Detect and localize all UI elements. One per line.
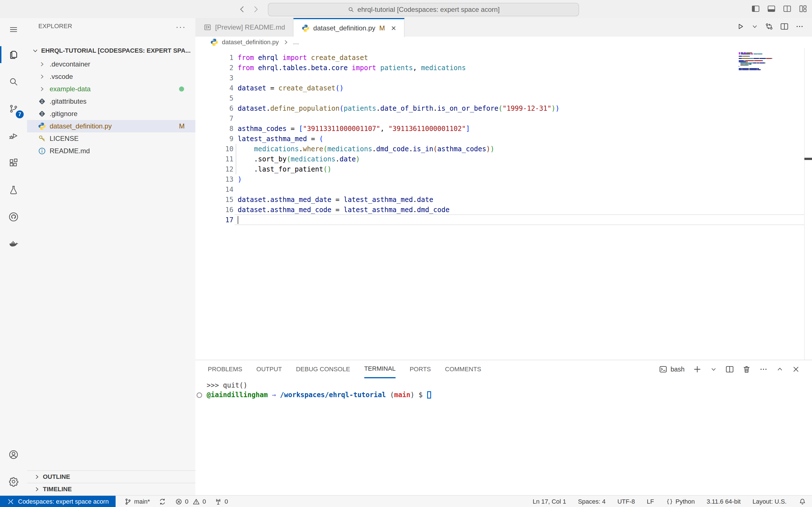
line-number[interactable]: 11 [195, 154, 234, 164]
status-item-ln-17-col-1[interactable]: Ln 17, Col 1 [532, 498, 566, 505]
line-number[interactable]: 14 [195, 184, 234, 194]
panel-tab-comments[interactable]: COMMENTS [445, 360, 481, 378]
line-number[interactable]: 2 [195, 63, 234, 73]
code-line-9[interactable]: 9latest_asthma_med = ( [195, 134, 804, 144]
code-line-12[interactable]: 12 .last_for_patient() [195, 164, 804, 174]
sidebar-left-toggle-icon[interactable] [751, 4, 760, 13]
sidebar-item-license[interactable]: LICENSE [27, 132, 195, 145]
activity-bar-source-control[interactable]: 7 [0, 95, 27, 122]
close-panel-icon[interactable] [792, 365, 800, 374]
code-line-17[interactable]: 17 [195, 215, 804, 225]
code-line-6[interactable]: 6dataset.define_population(patients.date… [195, 103, 804, 114]
new-terminal-icon[interactable] [693, 364, 702, 374]
command-decoration-icon[interactable] [197, 392, 202, 398]
terminal-dropdown-icon[interactable] [710, 365, 717, 373]
activity-bar-extensions[interactable] [0, 149, 27, 176]
sidebar-item--gitattributes[interactable]: .gitattributes [27, 95, 195, 108]
activity-bar-testing[interactable] [0, 176, 27, 203]
line-number[interactable]: 12 [195, 164, 234, 174]
code-line-2[interactable]: 2from ehrql.tables.beta.core import pati… [195, 63, 804, 73]
split-terminal-icon[interactable] [725, 365, 734, 374]
back-icon[interactable] [238, 4, 247, 14]
breadcrumb-symbol[interactable]: … [293, 39, 299, 46]
code-line-14[interactable]: 14 [195, 184, 804, 194]
sidebar-item-dataset-definition-py[interactable]: dataset_definition.pyM [27, 120, 195, 132]
tab--preview-readme-md[interactable]: [Preview] README.md [195, 18, 294, 37]
code-line-16[interactable]: 16dataset.asthma_med_code = latest_asthm… [195, 205, 804, 215]
ellipsis-icon[interactable] [795, 22, 804, 31]
line-number[interactable]: 1 [195, 53, 234, 63]
split-toggle-icon[interactable] [783, 4, 792, 13]
activity-bar-search[interactable] [0, 68, 27, 95]
status-item-lf[interactable]: LF [647, 498, 654, 505]
chev-down-icon[interactable] [751, 23, 758, 30]
panel-more-icon[interactable] [759, 365, 768, 374]
code-line-5[interactable]: 5 [195, 93, 804, 103]
sidebar-item-root-folder[interactable]: EHRQL-TUTORIAL [CODESPACES: EXPERT SPA..… [27, 43, 195, 58]
panel-tab-output[interactable]: OUTPUT [256, 360, 282, 378]
sidebar-item--vscode[interactable]: .vscode [27, 70, 195, 83]
sidebar-item-readme-md[interactable]: README.md [27, 145, 195, 157]
breadcrumb-file[interactable]: dataset_definition.py [222, 39, 279, 46]
code-line-15[interactable]: 15dataset.asthma_med_date = latest_asthm… [195, 194, 804, 205]
status-item-0[interactable]: 0 [192, 498, 206, 506]
code-line-13[interactable]: 13) [195, 174, 804, 184]
line-number[interactable]: 3 [195, 73, 234, 83]
status-item-layout-u-s-[interactable]: Layout: U.S. [753, 498, 786, 505]
status-item-python[interactable]: Python [666, 498, 695, 505]
panel-tab-debug-console[interactable]: DEBUG CONSOLE [296, 360, 350, 378]
status-item-3-11-6-64-bit[interactable]: 3.11.6 64-bit [707, 498, 741, 505]
sidebar-item--gitignore[interactable]: .gitignore [27, 108, 195, 120]
line-number[interactable]: 10 [195, 144, 234, 154]
line-number[interactable]: 9 [195, 134, 234, 144]
panel-tab-ports[interactable]: PORTS [410, 360, 431, 378]
line-number[interactable]: 16 [195, 205, 234, 215]
code-line-4[interactable]: 4dataset = create_dataset() [195, 83, 804, 93]
activity-bar-settings[interactable] [0, 468, 27, 495]
activity-bar-menu[interactable] [0, 18, 27, 41]
activity-bar-docker[interactable] [0, 230, 27, 258]
status-item-bell[interactable] [799, 498, 806, 506]
forward-icon[interactable] [251, 4, 260, 14]
timeline-section[interactable]: TIMELINE [27, 483, 195, 495]
status-item-main-[interactable]: main* [124, 498, 150, 506]
terminal[interactable]: >>> quit()@iaindillingham → /workspaces/… [195, 381, 812, 400]
line-number[interactable]: 4 [195, 83, 234, 93]
command-center-search[interactable]: ehrql-tutorial [Codespaces: expert space… [268, 3, 579, 16]
activity-bar-files[interactable] [0, 41, 27, 68]
status-item-sync[interactable] [158, 498, 166, 506]
code-line-10[interactable]: 10 medications.where(medications.dmd_cod… [195, 144, 804, 154]
code-line-1[interactable]: 1from ehrql import create_dataset [195, 53, 804, 63]
line-number[interactable]: 8 [195, 124, 234, 134]
activity-bar-account[interactable] [0, 441, 27, 468]
code-line-11[interactable]: 11 .sort_by(medications.date) [195, 154, 804, 164]
status-item-utf-8[interactable]: UTF-8 [617, 498, 635, 505]
line-number[interactable]: 7 [195, 114, 234, 124]
close-tab-icon[interactable]: × [391, 24, 396, 33]
status-item-0[interactable]: 0 [175, 498, 188, 506]
line-number[interactable]: 5 [195, 93, 234, 103]
changes-icon[interactable] [765, 22, 774, 31]
code-line-7[interactable]: 7 [195, 114, 804, 124]
status-item-spaces-4[interactable]: Spaces: 4 [578, 498, 606, 505]
tab-dataset-definition-py[interactable]: dataset_definition.pyM× [294, 18, 405, 37]
code-line-8[interactable]: 8asthma_codes = ["39113311000001107", "3… [195, 124, 804, 134]
sidebar-item-example-data[interactable]: example-data [27, 83, 195, 95]
panel-tab-terminal[interactable]: TERMINAL [364, 360, 396, 378]
terminal-instance-bash[interactable]: bash [659, 365, 684, 374]
status-item-0[interactable]: 0 [214, 498, 228, 506]
line-number[interactable]: 6 [195, 103, 234, 114]
remote-indicator[interactable]: Codespaces: expert space acorn [0, 496, 116, 507]
panel-bottom-toggle-icon[interactable] [767, 4, 776, 13]
line-number[interactable]: 15 [195, 194, 234, 205]
outline-section[interactable]: OUTLINE [27, 470, 195, 483]
line-number[interactable]: 17 [195, 215, 234, 225]
layout-toggle-icon[interactable] [799, 4, 808, 13]
overview-ruler[interactable] [804, 48, 812, 360]
sidebar-item--devcontainer[interactable]: .devcontainer [27, 58, 195, 70]
activity-bar-run-debug[interactable] [0, 122, 27, 149]
code-line-3[interactable]: 3 [195, 73, 804, 83]
line-number[interactable]: 13 [195, 174, 234, 184]
activity-bar-github[interactable] [0, 203, 27, 230]
explorer-more-actions[interactable]: ··· [175, 22, 186, 32]
